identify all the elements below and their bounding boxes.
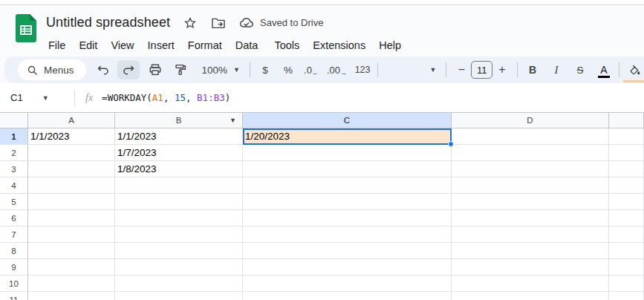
- row-header-8[interactable]: 8: [0, 243, 28, 259]
- cell-X11[interactable]: [609, 292, 644, 300]
- cell-B7[interactable]: [115, 226, 243, 243]
- cell-C10[interactable]: [243, 275, 452, 292]
- cell-X9[interactable]: [609, 259, 644, 275]
- fill-color-button[interactable]: [625, 60, 644, 79]
- row-header-9[interactable]: 9: [0, 259, 28, 275]
- cell-C7[interactable]: [243, 226, 452, 243]
- cell-D3[interactable]: [452, 161, 609, 177]
- decrease-decimal-button[interactable]: .0←: [302, 60, 321, 79]
- column-header-C[interactable]: C: [243, 113, 452, 128]
- cell-B9[interactable]: [115, 259, 243, 275]
- increase-decimal-button[interactable]: .00→: [325, 60, 349, 79]
- menu-extensions[interactable]: Extensions: [306, 38, 372, 53]
- cell-A9[interactable]: [28, 259, 115, 275]
- row-header-1[interactable]: 1: [0, 128, 28, 145]
- cell-C3[interactable]: [243, 161, 452, 177]
- menu-file[interactable]: File: [42, 38, 72, 53]
- menu-help[interactable]: Help: [372, 38, 408, 53]
- paint-format-button[interactable]: [171, 60, 190, 79]
- menu-data[interactable]: Data: [229, 38, 265, 53]
- cell-C4[interactable]: [243, 177, 452, 194]
- cell-B11[interactable]: [115, 292, 243, 300]
- cell-X6[interactable]: [609, 210, 644, 226]
- cell-C9[interactable]: [243, 259, 452, 275]
- star-icon[interactable]: [183, 16, 197, 30]
- move-to-folder-icon[interactable]: [211, 17, 226, 29]
- cell-A10[interactable]: [28, 275, 115, 292]
- cell-A6[interactable]: [28, 210, 115, 226]
- cell-C2[interactable]: [243, 145, 452, 161]
- cell-A4[interactable]: [28, 177, 115, 194]
- cell-C8[interactable]: [243, 243, 452, 259]
- cell-B1[interactable]: 1/1/2023: [115, 128, 243, 145]
- column-header-D[interactable]: D: [452, 113, 609, 128]
- cell-D7[interactable]: [452, 226, 609, 243]
- document-title[interactable]: Untitled spreadsheet: [46, 15, 170, 30]
- cell-D9[interactable]: [452, 259, 609, 275]
- sheets-logo-icon[interactable]: [16, 14, 36, 42]
- cell-C6[interactable]: [243, 210, 452, 226]
- menu-format[interactable]: Format: [181, 38, 229, 53]
- font-size-input[interactable]: 11: [471, 61, 492, 79]
- cell-D5[interactable]: [452, 194, 609, 210]
- print-button[interactable]: [146, 60, 165, 79]
- cell-B10[interactable]: [115, 275, 243, 292]
- select-all-corner[interactable]: [0, 113, 28, 128]
- number-format-button[interactable]: 123: [353, 60, 372, 79]
- column-header-partial[interactable]: [609, 113, 644, 128]
- cell-A7[interactable]: [28, 226, 115, 243]
- cell-D11[interactable]: [452, 292, 609, 300]
- menu-tools[interactable]: Tools: [267, 38, 306, 53]
- save-status[interactable]: Saved to Drive: [239, 17, 323, 28]
- cell-D10[interactable]: [452, 275, 609, 292]
- cell-C1[interactable]: 1/20/2023: [243, 128, 452, 145]
- cell-A2[interactable]: [28, 145, 115, 161]
- cell-X1[interactable]: [609, 128, 644, 145]
- undo-button[interactable]: [94, 60, 113, 79]
- decrease-font-size-button[interactable]: −: [452, 60, 471, 79]
- cell-X5[interactable]: [609, 194, 644, 210]
- fill-handle[interactable]: [448, 141, 454, 147]
- row-header-6[interactable]: 6: [0, 210, 28, 226]
- strikethrough-button[interactable]: S: [570, 60, 590, 79]
- cell-D4[interactable]: [452, 177, 609, 194]
- menu-edit[interactable]: Edit: [72, 38, 104, 53]
- cell-B5[interactable]: [115, 194, 243, 210]
- cell-D8[interactable]: [452, 243, 609, 259]
- cell-D6[interactable]: [452, 210, 609, 226]
- cell-X4[interactable]: [609, 177, 644, 194]
- formula-input[interactable]: =WORKDAY(A1, 15, B1:B3): [102, 92, 230, 103]
- cell-A8[interactable]: [28, 243, 115, 259]
- cell-A3[interactable]: [28, 161, 115, 177]
- menu-insert[interactable]: Insert: [141, 38, 181, 53]
- cell-X10[interactable]: [609, 275, 644, 292]
- row-header-5[interactable]: 5: [0, 194, 28, 210]
- row-header-2[interactable]: 2: [0, 145, 28, 161]
- cell-B3[interactable]: 1/8/2023: [115, 161, 243, 177]
- cell-A1[interactable]: 1/1/2023: [28, 128, 115, 145]
- format-currency-button[interactable]: $: [256, 60, 275, 79]
- cell-C11[interactable]: [243, 292, 452, 300]
- cell-X7[interactable]: [609, 226, 644, 243]
- row-header-7[interactable]: 7: [0, 226, 28, 243]
- font-family-select[interactable]: ▼: [383, 61, 440, 79]
- cell-B4[interactable]: [115, 177, 243, 194]
- cell-B8[interactable]: [115, 243, 243, 259]
- column-header-B[interactable]: B▼: [115, 113, 243, 128]
- row-header-4[interactable]: 4: [0, 177, 28, 194]
- row-header-10[interactable]: 10: [0, 275, 28, 292]
- zoom-select[interactable]: 100% ▼: [198, 65, 244, 76]
- row-header-11[interactable]: 11: [0, 292, 28, 300]
- redo-button[interactable]: [117, 60, 140, 79]
- cell-X8[interactable]: [609, 243, 644, 259]
- text-color-button[interactable]: A: [594, 60, 614, 79]
- format-percent-button[interactable]: %: [279, 60, 298, 79]
- cell-A11[interactable]: [28, 292, 115, 300]
- cell-D2[interactable]: [452, 145, 609, 161]
- row-header-3[interactable]: 3: [0, 161, 28, 177]
- increase-font-size-button[interactable]: +: [492, 60, 512, 79]
- cell-B2[interactable]: 1/7/2023: [115, 145, 243, 161]
- name-box[interactable]: C1 ▼: [0, 92, 74, 103]
- menu-view[interactable]: View: [104, 38, 140, 53]
- cell-B6[interactable]: [115, 210, 243, 226]
